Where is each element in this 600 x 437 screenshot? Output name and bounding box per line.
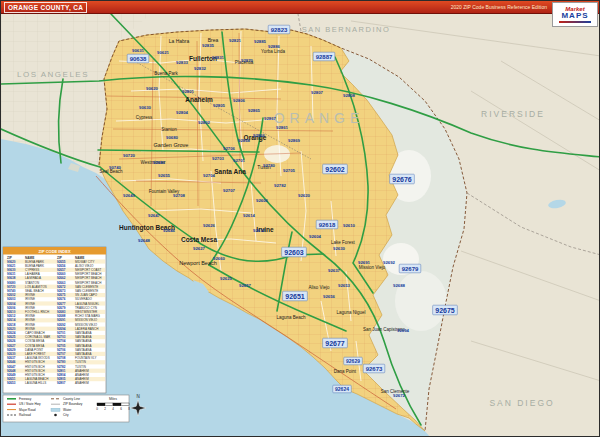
zip-label-90638: 90638 <box>130 56 147 62</box>
map-title: ORANGE COUNTY, CA <box>4 2 87 13</box>
zip-label-92649: 92649 <box>123 193 136 198</box>
zip-label-92627: 92627 <box>193 246 206 251</box>
zip-label-90720: 90720 <box>123 153 136 158</box>
legend-swatch-water <box>51 408 60 411</box>
logo-accent-bar <box>559 21 591 23</box>
city-label-santa-ana: Santa Ana <box>214 168 246 175</box>
zip-label-92676: 92676 <box>392 176 412 183</box>
city-label-garden-grove: Garden Grove <box>154 142 189 148</box>
zip-label-92620: 92620 <box>298 193 311 198</box>
zip-label-92835: 92835 <box>202 43 215 48</box>
zip-label-92807: 92807 <box>311 90 324 95</box>
city-label-yorba-linda: Yorba Linda <box>261 49 285 54</box>
zip-label-92629: 92629 <box>346 358 360 364</box>
zip-label-92648: 92648 <box>138 238 151 243</box>
zip-index-title: ZIP CODE INDEX <box>38 249 70 254</box>
zip-label-92885: 92885 <box>254 39 267 44</box>
zip-label-92694: 92694 <box>397 328 410 333</box>
zip-label-92610: 92610 <box>343 223 356 228</box>
scale-bar-segment <box>105 403 113 406</box>
legend-label-us-state-hwy: US / State Hwy <box>19 402 41 406</box>
zip-label-92867: 92867 <box>264 116 277 121</box>
city-label-costa-mesa: Costa Mesa <box>181 236 218 243</box>
city-label-lake-forest: Lake Forest <box>331 240 356 245</box>
zip-label-92653: 92653 <box>338 283 351 288</box>
legend-label-major-road: Major Road <box>19 408 36 412</box>
zip-label-92606: 92606 <box>256 198 269 203</box>
zip-label-92801: 92801 <box>182 89 195 94</box>
city-label-la-habra: La Habra <box>169 38 190 44</box>
zip-label-90621: 90621 <box>157 50 170 55</box>
city-label-laguna-beach: Laguna Beach <box>276 315 306 320</box>
zip-label-90631: 90631 <box>132 48 145 53</box>
zip-label-92637: 92637 <box>328 268 341 273</box>
capistrano-zip-patch <box>395 271 447 331</box>
zip-label-92823: 92823 <box>271 27 288 33</box>
zip-label-92651: 92651 <box>285 293 305 300</box>
city-label-stanton: Stanton <box>161 127 177 132</box>
zip-index-panel: ZIP CODE INDEXZIPNAMEZIPNAME90620BUENA P… <box>3 247 106 393</box>
zip-label-92802: 92802 <box>198 120 211 125</box>
region-label-riverside: RIVERSIDE <box>481 109 545 119</box>
zip-label-92691: 92691 <box>358 260 371 265</box>
zip-label-92869: 92869 <box>288 138 301 143</box>
zip-label-90740: 90740 <box>109 165 122 170</box>
zip-label-92821: 92821 <box>229 38 242 43</box>
city-label-cypress: Cypress <box>136 115 153 120</box>
city-label-buena-park: Buena Park <box>154 71 178 76</box>
city-label-anaheim: Anaheim <box>185 96 213 103</box>
zip-index-zip: 92807 <box>57 381 66 385</box>
legend-swatch-city <box>54 414 57 417</box>
zip-label-92861: 92861 <box>276 125 289 130</box>
zip-label-92614: 92614 <box>243 213 256 218</box>
zip-label-92679: 92679 <box>402 266 419 272</box>
logo-maps-text: MAPS <box>553 12 597 20</box>
city-label-newport-beach: Newport Beach <box>179 260 217 266</box>
zip-label-92602: 92602 <box>325 166 345 173</box>
legend-label-freeway: Freeway <box>19 397 32 401</box>
legend-label-city: City <box>63 413 69 417</box>
zip-index-row-stripe <box>4 360 105 364</box>
zip-label-92865: 92865 <box>248 108 261 113</box>
zip-label-92808: 92808 <box>343 93 356 98</box>
scale-bar-segment <box>97 403 105 406</box>
zip-index-row-stripe <box>4 377 105 381</box>
scale-bar-segment <box>113 403 121 406</box>
legend-label-zip-boundary: ZIP Boundary <box>63 402 83 406</box>
zip-index-name: LAGUNA HILLS <box>25 381 46 385</box>
zip-index-row-stripe <box>4 369 105 373</box>
zip-label-92675: 92675 <box>435 307 455 314</box>
zip-label-92780: 92780 <box>263 163 276 168</box>
compass-north-label: N <box>136 394 139 399</box>
city-label-aliso-viejo: Aliso Viejo <box>309 285 330 290</box>
legend-label-railroad: Railroad <box>19 413 31 417</box>
zip-label-92677: 92677 <box>325 340 345 347</box>
zip-label-92673: 92673 <box>366 366 383 372</box>
zip-label-92647: 92647 <box>148 213 161 218</box>
zip-label-92657: 92657 <box>239 283 252 288</box>
zip-label-92833: 92833 <box>176 60 189 65</box>
region-label-los-angeles: LOS ANGELES <box>17 70 89 79</box>
city-label-laguna-niguel: Laguna Niguel <box>336 310 365 315</box>
county-zip-map: LOS ANGELESSAN BERNARDINORIVERSIDESAN DI… <box>1 1 600 437</box>
zip-label-90630: 90630 <box>139 105 152 110</box>
zip-label-92886: 92886 <box>268 44 281 49</box>
zip-label-92624: 92624 <box>335 386 349 392</box>
zip-label-90620: 90620 <box>146 86 159 91</box>
zip-label-92626: 92626 <box>203 223 216 228</box>
zip-label-92672: 92672 <box>393 393 406 398</box>
zip-index-name: ANAHEIM <box>75 381 89 385</box>
region-label-san-diego: SAN DIEGO <box>489 398 554 408</box>
zip-label-92630: 92630 <box>333 246 346 251</box>
zip-label-92692: 92692 <box>383 260 396 265</box>
zip-label-92655: 92655 <box>158 173 171 178</box>
scale-miles-label: Miles <box>109 397 117 401</box>
zip-label-92618: 92618 <box>319 222 336 228</box>
legend-label-county-line: County Line <box>63 397 80 401</box>
zip-label-90680: 90680 <box>166 135 179 140</box>
zip-label-92708: 92708 <box>173 193 186 198</box>
zip-label-92804: 92804 <box>176 110 189 115</box>
zip-label-92868: 92868 <box>238 138 251 143</box>
zip-label-92701: 92701 <box>233 158 246 163</box>
title-bar: ORANGE COUNTY, CA 2020 ZIP Code Business… <box>1 1 599 14</box>
